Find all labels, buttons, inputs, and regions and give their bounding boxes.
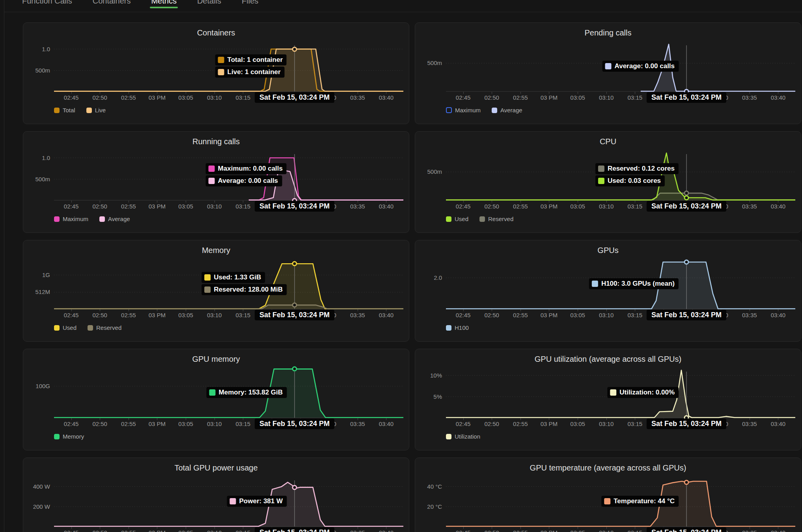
x-axis-tick (243, 201, 243, 203)
x-axis-tick (635, 418, 635, 420)
tooltip-text: Average: 0.00 calls (615, 62, 675, 70)
legend-item-total[interactable]: Total (54, 107, 75, 113)
x-axis-label: 03:15 (628, 312, 643, 318)
y-axis: 400 W200 W (29, 476, 54, 527)
tooltip-text: Utilization: 0.00% (619, 389, 675, 396)
legend-item-reserved[interactable]: Reserved (88, 324, 121, 331)
legend-swatch (446, 216, 451, 222)
y-axis-label: 40 °C (421, 483, 442, 490)
chart-plot[interactable]: Power: 381 W (54, 476, 403, 527)
x-axis-label: 03:15 (236, 420, 251, 427)
value-tooltip: Average: 0.00 calls (602, 61, 679, 72)
chart-plot[interactable]: Reserved: 0.12 coresUsed: 0.03 cores (446, 150, 795, 201)
tab-label: Function Calls (22, 0, 72, 5)
x-axis-tick (186, 92, 186, 94)
tooltip-text: Live: 1 container (228, 68, 281, 76)
tooltip-text: H100: 3.0 GPUs (mean) (601, 280, 675, 288)
y-axis-label: 1.0 (29, 46, 50, 52)
x-axis-tick (778, 418, 778, 420)
tab-details[interactable]: Details (197, 0, 221, 12)
legend-item-average[interactable]: Average (492, 107, 522, 113)
x-axis-tick (129, 527, 129, 529)
chart-plot[interactable]: Maximum: 0.00 callsAverage: 0.00 calls (54, 150, 403, 201)
x-axis-tick (243, 418, 243, 420)
legend-item-memory[interactable]: Memory (54, 433, 84, 440)
x-axis-label: 03 PM (149, 203, 166, 210)
x-axis-label: 03:05 (570, 529, 585, 532)
x-axis-label: 02:50 (92, 420, 107, 427)
plot-row: 1G512M Used: 1.33 GiBReserved: 128.00 Mi… (29, 259, 403, 309)
tooltip-text: Temperature: 44 °C (614, 497, 675, 505)
x-axis-tick (606, 418, 607, 420)
y-axis: 100G (29, 368, 54, 418)
x-axis-label: 03 PM (149, 94, 166, 101)
value-tooltip: Utilization: 0.00% (607, 387, 679, 398)
plot-row: 2.0 H100: 3.0 GPUs (mean) (421, 259, 795, 309)
timestamp-tooltip: Sat Feb 15, 03:24 PM (647, 92, 726, 103)
x-axis-label: 02:45 (456, 420, 471, 427)
x-axis-label: 02:50 (484, 312, 499, 318)
x-axis-label: 02:45 (456, 94, 471, 101)
x-axis-label: 03:15 (236, 312, 251, 318)
legend-item-average[interactable]: Average (99, 216, 130, 222)
legend: Memory (54, 433, 403, 440)
chart-card-cpu: CPU 500m Reserved: 0.12 coresUsed: 0.03 … (415, 131, 801, 233)
legend-label: Total (63, 107, 75, 113)
tab-function-calls[interactable]: Function Calls (22, 0, 72, 12)
legend-item-maximum[interactable]: Maximum (446, 107, 481, 113)
chart-plot[interactable]: Memory: 153.82 GiB (54, 368, 403, 418)
x-axis: Sat Feb 15, 03:24 PM 02:4502:5002:5503 P… (446, 201, 795, 211)
legend-label: Memory (63, 433, 84, 440)
legend-item-reserved[interactable]: Reserved (479, 216, 513, 222)
x-axis-label: 02:45 (456, 312, 471, 318)
x-axis-tick (386, 309, 386, 311)
x-axis-tick (606, 92, 607, 94)
chart-plot[interactable]: Total: 1 containerLive: 1 container (54, 41, 403, 92)
x-axis-label: 03 PM (149, 312, 166, 318)
legend-item-maximum[interactable]: Maximum (54, 216, 88, 222)
tab-metrics[interactable]: Metrics (151, 0, 176, 12)
x-axis: Sat Feb 15, 03:24 PM 02:4502:5002:5503 P… (54, 527, 403, 532)
chart-plot[interactable]: Utilization: 0.00% (446, 368, 795, 418)
tooltip-row: Used: 0.03 cores (595, 175, 665, 186)
tab-files[interactable]: Files (242, 0, 258, 12)
chart-card-gpu-temperature: GPU temperature (average across all GPUs… (415, 458, 801, 532)
legend-swatch (88, 325, 93, 331)
tab-label: Containers (93, 0, 131, 5)
tab-containers[interactable]: Containers (93, 0, 131, 12)
legend-item-utilization[interactable]: Utilization (446, 433, 480, 440)
chart-plot[interactable]: H100: 3.0 GPUs (mean) (446, 259, 795, 309)
chart-plot[interactable]: Average: 0.00 calls (446, 41, 795, 92)
legend-swatch (54, 216, 60, 222)
x-axis-tick (129, 309, 129, 311)
legend-item-used[interactable]: Used (54, 324, 76, 331)
x-axis-tick (463, 309, 464, 311)
x-axis-tick (386, 92, 386, 94)
plot-row: 500m Average: 0.00 calls (421, 41, 795, 92)
value-tooltip: Temperature: 44 °C (601, 496, 679, 507)
x-axis-label: 03:35 (350, 420, 365, 427)
x-axis-tick (186, 527, 186, 529)
legend-item-live[interactable]: Live (86, 107, 106, 113)
chart-plot[interactable]: Used: 1.33 GiBReserved: 128.00 MiB (54, 259, 403, 309)
legend-swatch (446, 325, 451, 331)
x-axis-label: 02:45 (64, 203, 79, 210)
legend-item-used[interactable]: Used (446, 216, 468, 222)
y-axis: 1.0500m (29, 150, 54, 201)
x-axis-label: 03:05 (178, 312, 193, 318)
x-axis-label: 03 PM (149, 529, 166, 532)
x-axis-label: 03:40 (771, 312, 786, 318)
legend-label: Used (63, 324, 76, 331)
legend: UsedReserved (446, 216, 795, 222)
x-axis-label: 02:50 (92, 312, 107, 318)
series-swatch (209, 166, 215, 172)
x-axis-tick (549, 309, 549, 311)
tooltip-text: Power: 381 W (239, 497, 283, 505)
x-axis-label: 03:05 (570, 203, 585, 210)
x-axis-tick (578, 92, 578, 94)
legend-item-h100[interactable]: H100 (446, 324, 469, 331)
chart-plot[interactable]: Temperature: 44 °C (446, 476, 795, 527)
legend-label: Maximum (63, 216, 88, 222)
x-axis-label: 02:55 (513, 529, 528, 532)
series-swatch (204, 286, 211, 293)
